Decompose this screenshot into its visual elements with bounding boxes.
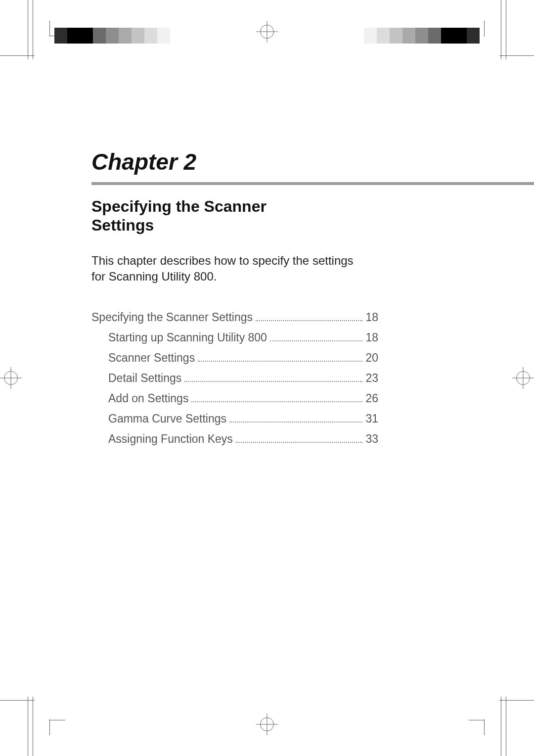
toc-row: Detail Settings 23 — [91, 370, 378, 385]
toc-label: Assigning Function Keys — [108, 432, 233, 446]
toc-label: Detail Settings — [108, 372, 181, 385]
toc-row: Scanner Settings 20 — [91, 349, 378, 365]
toc-label: Starting up Scanning Utility 800 — [108, 331, 267, 344]
toc-leader — [184, 370, 362, 382]
toc-row: Specifying the Scanner Settings 18 — [91, 309, 378, 324]
toc-page: 20 — [365, 351, 378, 365]
toc-label: Scanner Settings — [108, 351, 195, 365]
page-body: Chapter 2 Specifying the Scanner Setting… — [0, 0, 534, 756]
chapter-intro: This chapter describes how to specify th… — [91, 253, 368, 285]
toc-leader — [229, 410, 362, 423]
toc-label: Specifying the Scanner Settings — [91, 311, 253, 324]
divider-rule — [91, 182, 534, 185]
chapter-title: Specifying the Scanner Settings — [91, 197, 324, 235]
toc-page: 18 — [365, 311, 378, 324]
toc-row: Starting up Scanning Utility 800 18 — [91, 329, 378, 344]
toc-page: 33 — [365, 432, 378, 446]
toc-row: Gamma Curve Settings 31 — [91, 410, 378, 425]
toc-label: Add on Settings — [108, 392, 188, 405]
toc-page: 31 — [365, 412, 378, 425]
toc-leader — [236, 430, 363, 443]
toc-label: Gamma Curve Settings — [108, 412, 226, 425]
toc-leader — [270, 329, 362, 341]
toc-leader — [198, 349, 362, 362]
toc-page: 23 — [365, 372, 378, 385]
toc-row: Assigning Function Keys 33 — [91, 430, 378, 446]
table-of-contents: Specifying the Scanner Settings 18 Start… — [91, 309, 378, 446]
toc-leader — [191, 390, 362, 402]
chapter-label: Chapter 2 — [91, 148, 475, 175]
toc-row: Add on Settings 26 — [91, 390, 378, 405]
toc-page: 18 — [365, 331, 378, 344]
toc-leader — [256, 309, 362, 321]
toc-page: 26 — [365, 392, 378, 405]
